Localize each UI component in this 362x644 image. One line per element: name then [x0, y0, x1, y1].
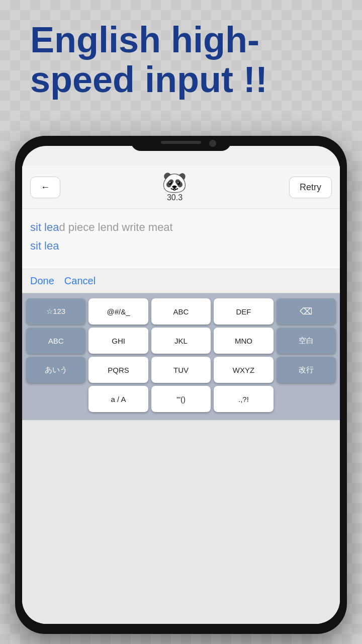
key-abc-row2[interactable]: ABC — [26, 328, 85, 354]
input-text-line2: sit lea — [30, 239, 332, 253]
typed-portion: sit lea — [30, 221, 59, 233]
remaining-portion: d piece lend write meat — [59, 221, 172, 233]
retry-label: Retry — [300, 182, 321, 192]
key-label: あいう — [45, 365, 67, 375]
key-label: 空白 — [299, 336, 314, 346]
phone-speaker — [161, 141, 201, 144]
key-label: GHI — [112, 337, 125, 345]
back-button[interactable]: ← — [30, 177, 60, 198]
top-bar: ← 🐼 30.3 Retry — [22, 166, 340, 209]
panda-mascot: 🐼 — [162, 172, 187, 192]
key-label: ☆123 — [46, 307, 65, 316]
key-label: ABC — [173, 307, 189, 316]
delete-icon: ⌫ — [300, 306, 312, 317]
key-label: '"() — [176, 395, 186, 404]
key-def[interactable]: DEF — [214, 298, 273, 325]
key-mno[interactable]: MNO — [214, 328, 273, 354]
key-tuv[interactable]: TUV — [151, 357, 211, 383]
keyboard-row-4: a / A '"() .,?! — [26, 386, 336, 412]
page-title: English high- speed input !! — [30, 20, 332, 100]
cancel-button[interactable]: Cancel — [64, 275, 96, 287]
retry-button[interactable]: Retry — [289, 177, 332, 198]
key-delete[interactable]: ⌫ — [277, 298, 336, 325]
key-jkl[interactable]: JKL — [151, 328, 211, 354]
key-space-jp[interactable]: 空白 — [277, 328, 336, 354]
key-punctuation[interactable]: .,?! — [214, 386, 273, 412]
key-label: a / A — [111, 395, 126, 404]
key-label: @#/&_ — [107, 307, 130, 316]
key-ghi[interactable]: GHI — [88, 328, 148, 354]
cancel-label: Cancel — [64, 275, 96, 286]
keyboard-area: ☆123 @#/&_ ABC DEF ⌫ — [22, 293, 340, 420]
key-label: ABC — [48, 337, 64, 345]
key-label: 改行 — [299, 365, 314, 375]
done-label: Done — [30, 275, 54, 286]
key-label: .,?! — [238, 395, 249, 404]
back-arrow-icon: ← — [41, 182, 50, 193]
key-a-slash-A[interactable]: a / A — [88, 386, 148, 412]
title-area: English high- speed input !! — [30, 20, 332, 100]
key-label: MNO — [235, 337, 252, 345]
keyboard-row-1: ☆123 @#/&_ ABC DEF ⌫ — [26, 298, 336, 325]
key-wxyz[interactable]: WXYZ — [214, 357, 273, 383]
key-label: JKL — [174, 337, 188, 345]
key-label: PQRS — [108, 366, 129, 374]
phone-notch — [131, 136, 231, 151]
key-label: WXYZ — [233, 366, 254, 374]
key-return[interactable]: 改行 — [277, 357, 336, 383]
key-label: DEF — [236, 307, 251, 316]
key-abc-row1[interactable]: ABC — [151, 298, 211, 325]
keyboard-row-3: あいう PQRS TUV WXYZ 改行 — [26, 357, 336, 383]
key-label: TUV — [173, 366, 189, 374]
done-button[interactable]: Done — [30, 275, 54, 287]
key-quotes[interactable]: '"() — [151, 386, 211, 412]
phone-camera — [209, 140, 216, 147]
done-cancel-bar: Done Cancel — [22, 269, 340, 293]
key-aiueo[interactable]: あいう — [26, 357, 85, 383]
panda-score-area: 🐼 30.3 — [65, 172, 284, 202]
key-star123[interactable]: ☆123 — [26, 298, 85, 325]
score-display: 30.3 — [167, 193, 183, 202]
phone-frame: ← 🐼 30.3 Retry sit lead piece lend write… — [15, 136, 347, 634]
phone-screen: ← 🐼 30.3 Retry sit lead piece lend write… — [22, 146, 340, 624]
keyboard-row-2: ABC GHI JKL MNO 空白 — [26, 328, 336, 354]
key-pqrs[interactable]: PQRS — [88, 357, 148, 383]
key-symbols[interactable]: @#/&_ — [88, 298, 148, 325]
text-display-area: sit lead piece lend write meat sit lea — [22, 209, 340, 269]
screen-content: ← 🐼 30.3 Retry sit lead piece lend write… — [22, 166, 340, 624]
target-text-line1: sit lead piece lend write meat — [30, 219, 332, 235]
